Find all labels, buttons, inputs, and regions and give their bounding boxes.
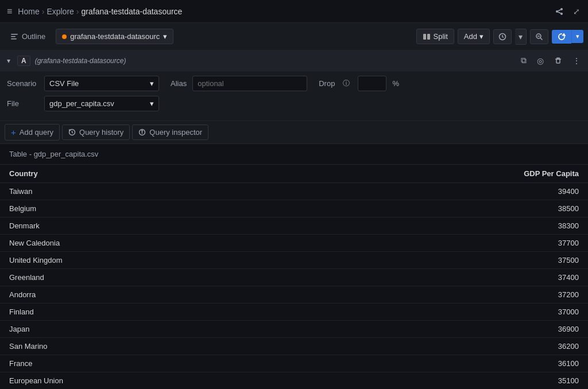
svg-point-1	[556, 10, 558, 13]
datasource-button[interactable]: grafana-testdata-datasourc ▾	[56, 29, 173, 44]
datasource-dot	[62, 34, 67, 39]
file-label: File	[7, 99, 38, 108]
svg-line-3	[558, 10, 561, 11]
svg-rect-15	[556, 59, 560, 63]
query-datasource-name: (grafana-testdata-datasource)	[35, 57, 126, 65]
history-icon	[68, 129, 76, 136]
clock-icon	[498, 33, 506, 41]
cell-gdp: 35100	[294, 372, 588, 390]
cell-gdp: 37200	[294, 286, 588, 304]
data-table: Country GDP Per Capita Taiwan39400Belgiu…	[0, 165, 588, 389]
add-caret-icon: ▾	[479, 32, 483, 41]
cell-country: Andorra	[0, 286, 294, 304]
table-row: San Marino36200	[0, 338, 588, 355]
outline-icon	[10, 33, 18, 41]
table-body: Taiwan39400Belgium38500Denmark38300New C…	[0, 183, 588, 390]
column-header-country: Country	[0, 165, 294, 183]
cell-country: Japan	[0, 321, 294, 338]
add-query-label: Add query	[20, 128, 53, 137]
run-caret-button[interactable]: ▾	[571, 30, 583, 43]
breadcrumb-sep1: ›	[42, 7, 45, 16]
run-button[interactable]	[552, 30, 571, 44]
action-bar: + Add query Query history Query inspecto…	[0, 121, 588, 144]
share-button[interactable]	[551, 5, 567, 18]
cell-gdp: 38300	[294, 217, 588, 235]
menu-button[interactable]: ≡	[5, 4, 14, 19]
cell-gdp: 37000	[294, 304, 588, 321]
file-caret-icon: ▾	[150, 99, 154, 108]
cell-gdp: 37400	[294, 269, 588, 286]
file-select[interactable]: gdp_per_capita.csv ▾	[44, 96, 159, 111]
data-section: Table - gdp_per_capita.csv Country GDP P…	[0, 144, 588, 389]
cell-gdp: 36100	[294, 355, 588, 372]
scenario-value: CSV File	[49, 79, 146, 88]
zoom-out-button[interactable]	[530, 29, 548, 44]
file-value: gdp_per_capita.csv	[49, 99, 146, 108]
eye-icon: ◎	[537, 56, 544, 65]
time-caret-icon: ▾	[519, 32, 523, 41]
query-inspector-button[interactable]: Query inspector	[132, 125, 208, 140]
scenario-label: Scenario	[7, 79, 38, 88]
cell-country: San Marino	[0, 338, 294, 355]
table-row: France36100	[0, 355, 588, 372]
table-row: United Kingdom37500	[0, 252, 588, 269]
cell-gdp: 36900	[294, 321, 588, 338]
cell-gdp: 37500	[294, 252, 588, 269]
svg-line-4	[558, 12, 561, 13]
scenario-caret-icon: ▾	[150, 79, 154, 88]
drop-info-button[interactable]: ⓘ	[341, 77, 352, 90]
time-range-button[interactable]	[493, 29, 512, 44]
top-nav: ≡ Home › Explore › grafana-testdata-data…	[0, 0, 588, 23]
split-icon	[423, 33, 431, 41]
cell-country: France	[0, 355, 294, 372]
collapse-icon: ▾	[7, 57, 10, 65]
breadcrumb-datasource: grafana-testdata-datasource	[82, 7, 183, 16]
table-row: Taiwan39400	[0, 183, 588, 200]
svg-rect-8	[423, 34, 426, 40]
cell-country: United Kingdom	[0, 252, 294, 269]
query-more-button[interactable]: ⋮	[570, 55, 583, 67]
query-delete-button[interactable]	[551, 55, 565, 67]
add-button[interactable]: Add ▾	[458, 29, 490, 44]
cell-country: European Union	[0, 372, 294, 390]
svg-point-0	[560, 8, 563, 10]
more-icon: ⋮	[572, 56, 581, 65]
hamburger-icon: ≡	[7, 6, 12, 17]
split-button[interactable]: Split	[416, 29, 454, 44]
refresh-icon	[558, 33, 566, 41]
query-visibility-button[interactable]: ◎	[534, 55, 547, 67]
svg-rect-7	[11, 38, 17, 40]
alias-label: Alias	[171, 79, 187, 88]
trash-icon	[554, 57, 562, 65]
cell-gdp: 38500	[294, 200, 588, 217]
query-history-label: Query history	[79, 128, 123, 137]
cell-country: Denmark	[0, 217, 294, 235]
query-copy-button[interactable]: ⧉	[518, 54, 529, 67]
table-row: Andorra37200	[0, 286, 588, 304]
query-inspector-label: Query inspector	[149, 128, 202, 137]
inspector-icon	[138, 129, 146, 136]
outline-button[interactable]: Outline	[5, 29, 51, 44]
breadcrumb-explore[interactable]: Explore	[47, 7, 74, 16]
drop-input[interactable]: 0	[358, 76, 386, 91]
toolbar-left: Outline grafana-testdata-datasourc ▾	[5, 29, 173, 44]
expand-button[interactable]: ⤢	[570, 5, 583, 18]
add-query-button[interactable]: + Add query	[5, 124, 60, 141]
query-collapse-button[interactable]: ▾	[5, 56, 13, 66]
breadcrumb-home[interactable]: Home	[18, 7, 39, 16]
alias-input[interactable]	[192, 76, 307, 91]
time-range-caret-button[interactable]: ▾	[515, 29, 527, 45]
cell-gdp: 39400	[294, 183, 588, 200]
table-row: Belgium38500	[0, 200, 588, 217]
cell-country: Belgium	[0, 200, 294, 217]
cell-country: Greenland	[0, 269, 294, 286]
column-header-gdp: GDP Per Capita	[294, 165, 588, 183]
table-header-row: Country GDP Per Capita	[0, 165, 588, 183]
table-row: Finland37000	[0, 304, 588, 321]
svg-point-19	[142, 130, 142, 131]
datasource-label: grafana-testdata-datasourc	[70, 32, 160, 41]
cell-gdp: 36200	[294, 338, 588, 355]
query-history-button[interactable]: Query history	[62, 125, 130, 140]
scenario-select[interactable]: CSV File ▾	[44, 76, 159, 91]
query-id-badge: A	[17, 56, 30, 66]
